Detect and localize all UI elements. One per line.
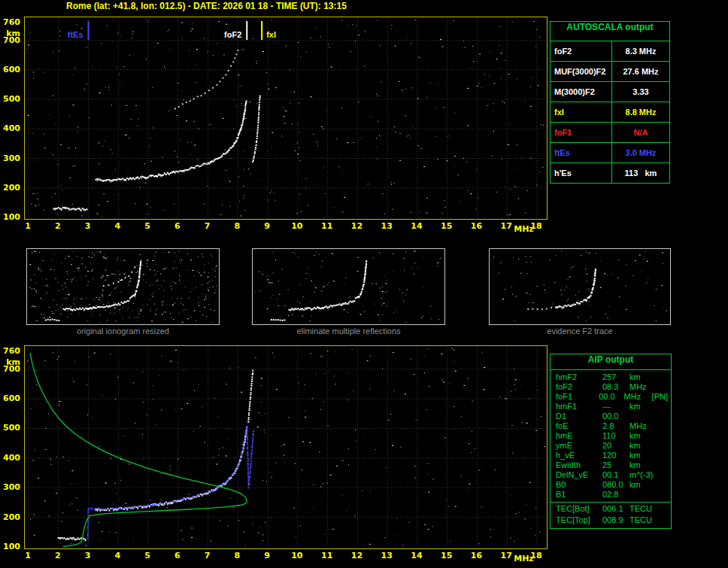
x-tick-label: 5 [136,551,159,560]
aip-name: foE [556,421,602,431]
y-tick-label: 600 [0,393,20,403]
aip-value: 080.0 [602,480,629,490]
x-tick-label: 11 [316,221,338,231]
y-tick-label: 200 [0,183,20,193]
aip-name: Ewidth [556,460,602,470]
table-row: B0080.0km [551,480,671,490]
x-tick-label: 14 [405,551,428,560]
aip-value: 00.1 [602,470,629,480]
aip-name: DelN_vE [556,470,602,480]
x-axis-unit-label: MHz [514,554,534,563]
x-tick-label: 13 [375,221,398,231]
row-value: 3.0 MHz [612,143,669,163]
table-row: TEC[Bot]006.1TECU [551,502,671,515]
aip-value: 20 [602,441,629,451]
aip-name: h_vE [556,451,602,460]
table-row: foF1N/A [551,122,669,142]
x-tick-label: 12 [345,551,368,560]
table-row: TEC[Top]008.9TECU [551,515,671,525]
aip-name: foF1 [556,392,599,402]
series-f2-trace [555,269,596,308]
table-row: h_vE120km [551,451,671,460]
aip-name: TEC[Bot] [556,504,602,515]
thumbnail-eliminate-multiples [252,248,445,325]
series-f2-lower-faint [527,307,557,310]
aip-note [668,372,671,382]
thumb-f2-evidence-canvas [490,249,670,324]
x-tick-label: 1 [17,221,39,231]
x-tick-label: 9 [256,221,278,231]
table-row: D100.0 [551,412,671,421]
row-label: M(3000)F2 [551,82,612,102]
thumb-original-canvas [27,249,219,324]
x-tick-label: 14 [405,221,428,231]
aip-unit: km [629,441,660,451]
ionogram-bottom-canvas [25,346,547,548]
table-row: foF208.3MHz [551,382,671,392]
table-row: hmF1---km [551,402,671,412]
series-scaled-points [87,426,254,539]
aip-note [668,480,671,490]
thumbnail-caption-eliminate: eliminate multiple reflections [252,327,445,336]
row-label: foF1 [551,123,612,142]
aip-output-table: AIP output hmF2257kmfoF208.3MHzfoF100.0M… [550,354,672,529]
marker-label-ftEs: ftEs [68,30,83,39]
series-second-hop [103,266,136,287]
aip-value: --- [602,402,629,412]
aip-value: 08.3 [602,382,629,392]
x-tick-label: 4 [106,551,129,560]
row-value: 8.3 MHz [612,41,669,61]
x-tick-label: 15 [435,221,458,231]
row-value: 113 km [612,163,669,183]
table-row: Ewidth25km [551,460,671,470]
aip-unit: TECU [629,504,660,515]
aip-name: B1 [556,490,602,500]
row-label: MUF(3000)F2 [551,62,612,81]
y-axis-unit-label: km [0,29,20,38]
y-tick-label: 400 [0,123,20,133]
x-tick-label: 11 [316,551,338,560]
table-row: B102.8 [551,490,671,500]
aip-value: 006.1 [602,504,629,515]
thumbnail-caption-evidence: evidence F2 trace [489,327,671,336]
x-axis-unit-label: MHz [514,224,534,234]
series-es-trace [45,318,60,321]
x-tick-label: 10 [286,551,308,560]
x-tick-label: 3 [77,551,99,560]
table-row: hmE110km [551,431,671,441]
aip-unit: km [629,372,660,382]
row-value: 8.8 MHz [612,102,669,122]
autoscala-output-table: AUTOSCALA output foF28.3 MHzMUF(3000)F22… [550,21,670,184]
aip-unit [629,490,660,500]
aip-name: B0 [556,480,602,490]
aip-note [668,402,671,412]
noise-dots [27,348,546,546]
x-tick-label: 6 [166,551,189,560]
thumb-no-multiples-canvas [253,249,444,324]
table-row: fxI8.8 MHz [551,102,669,122]
aip-unit: km [629,480,660,490]
aip-name: hmF1 [556,402,602,412]
aip-value: 00.0 [599,392,623,402]
aip-note [668,460,671,470]
grid-lines [26,347,546,548]
autoscala-table-header: AUTOSCALA output [551,22,669,41]
aip-note [668,382,671,392]
x-tick-label: 7 [196,221,219,231]
aip-value: 008.9 [602,515,629,525]
x-tick-label: 3 [77,221,99,231]
x-tick-label: 5 [136,221,159,231]
grid-lines [26,18,546,218]
row-label: h'Es [551,163,612,183]
row-label: ftEs [551,143,612,163]
aip-note: [PN] [652,392,671,402]
x-tick-label: 9 [256,551,278,560]
y-tick-label: 760 [0,17,20,27]
aip-value: 257 [602,372,629,382]
x-tick-label: 4 [106,221,129,231]
y-tick-label: 400 [0,453,20,463]
y-tick-label: 760 [0,346,20,356]
x-tick-label: 10 [286,221,308,231]
ionogram-bottom-plot [24,345,548,549]
aip-name: ymE [556,441,602,451]
